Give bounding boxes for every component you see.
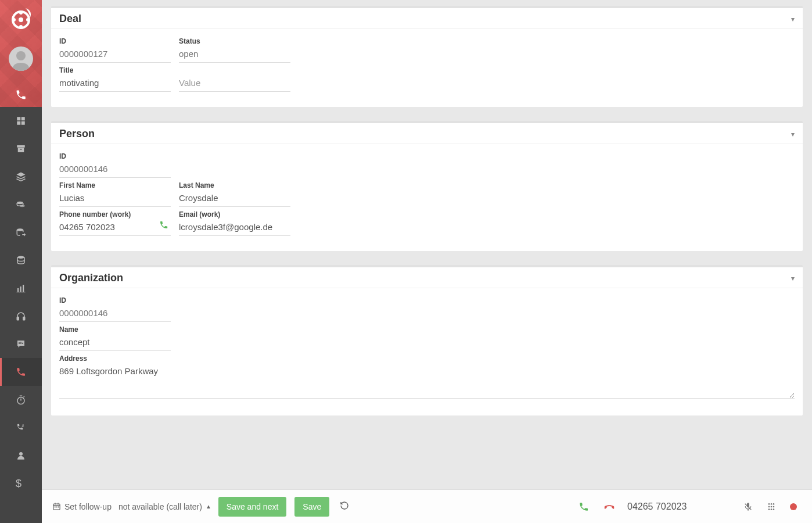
deal-title-label: Title [59, 66, 171, 74]
sidebar-top [0, 0, 42, 107]
svg-point-42 [771, 508, 773, 510]
svg-rect-11 [17, 145, 25, 148]
record-button[interactable] [788, 501, 799, 513]
svg-point-35 [768, 503, 770, 505]
person-email-input[interactable] [179, 220, 290, 236]
nav-headphones[interactable] [0, 302, 42, 330]
mute-button[interactable] [741, 500, 755, 514]
person-phone-input[interactable] [59, 220, 171, 236]
svg-point-14 [17, 202, 23, 205]
call-button[interactable] [576, 499, 591, 514]
svg-rect-7 [17, 117, 20, 120]
chevron-down-icon[interactable]: ▾ [791, 130, 795, 138]
save-and-next-button[interactable]: Save and next [218, 497, 287, 517]
nav-coins[interactable] [0, 191, 42, 218]
svg-point-3 [19, 25, 23, 28]
undo-button[interactable] [336, 497, 353, 516]
nav-stacks[interactable] [0, 163, 42, 191]
svg-rect-21 [17, 317, 19, 320]
svg-point-2 [19, 11, 23, 15]
person-title: Person [59, 128, 95, 140]
svg-rect-22 [23, 317, 25, 320]
followup-label: Set follow-up [52, 502, 112, 511]
svg-text:#: # [22, 424, 24, 428]
person-lastname-input[interactable] [179, 191, 290, 207]
sidebar-nav: # $ [0, 107, 42, 523]
nav-dashboard[interactable] [0, 107, 42, 135]
svg-rect-25 [22, 343, 23, 344]
app-logo [7, 6, 35, 34]
deal-title-input[interactable] [59, 76, 171, 92]
nav-phone-hash[interactable]: # [0, 414, 42, 442]
svg-rect-31 [58, 503, 58, 504]
deal-title: Deal [59, 13, 81, 25]
org-id-value: 0000000146 [59, 306, 171, 322]
nav-database[interactable] [0, 246, 42, 274]
undo-icon [340, 501, 349, 510]
svg-rect-8 [21, 117, 25, 120]
record-icon [790, 503, 797, 510]
person-firstname-input[interactable] [59, 191, 171, 207]
person-panel-header[interactable]: Person ▾ [51, 123, 803, 144]
phone-icon [579, 501, 589, 512]
svg-rect-23 [19, 342, 20, 344]
deal-status-label: Status [179, 37, 290, 45]
svg-rect-33 [56, 507, 58, 508]
person-phone-label: Phone number (work) [59, 210, 171, 218]
chevron-up-icon: ▲ [206, 503, 211, 510]
svg-point-6 [16, 51, 26, 60]
deal-id-value: 0000000127 [59, 46, 171, 63]
save-button[interactable]: Save [294, 497, 329, 517]
nav-db-export[interactable] [0, 218, 42, 246]
org-name-label: Name [59, 325, 171, 334]
deal-id-label: ID [59, 37, 171, 45]
organization-panel-header[interactable]: Organization ▾ [51, 267, 803, 288]
svg-point-17 [17, 256, 24, 259]
org-id-label: ID [59, 296, 171, 305]
dialpad-icon [767, 502, 776, 511]
chevron-down-icon[interactable]: ▾ [791, 15, 795, 23]
content: Deal ▾ ID 0000000127 Status open Title [42, 0, 812, 489]
svg-point-5 [26, 18, 30, 22]
svg-rect-19 [20, 286, 21, 292]
nav-dollar[interactable]: $ [0, 470, 42, 497]
sidebar: # $ [0, 0, 42, 523]
call-controls [576, 498, 799, 515]
svg-point-4 [12, 18, 16, 22]
dialpad-button[interactable] [764, 500, 778, 514]
svg-rect-30 [55, 503, 55, 504]
person-id-value: 0000000146 [59, 162, 171, 178]
organization-panel: Organization ▾ ID 0000000146 Name [51, 265, 803, 415]
deal-value-input[interactable] [179, 76, 290, 92]
nav-bar-chart[interactable] [0, 274, 42, 302]
nav-archive[interactable] [0, 135, 42, 163]
svg-rect-12 [18, 148, 24, 153]
organization-title: Organization [59, 272, 123, 284]
svg-rect-20 [23, 285, 24, 292]
svg-point-15 [20, 205, 25, 207]
chevron-down-icon[interactable]: ▾ [791, 274, 795, 282]
person-lastname-label: Last Name [179, 181, 290, 189]
nav-stopwatch[interactable] [0, 386, 42, 414]
phone-call-icon[interactable] [159, 220, 168, 231]
svg-point-28 [19, 452, 23, 456]
phone-number-input[interactable] [627, 501, 732, 512]
org-name-input[interactable] [59, 335, 171, 351]
nav-user[interactable] [0, 442, 42, 470]
svg-point-43 [773, 508, 775, 510]
deal-panel-header[interactable]: Deal ▾ [51, 8, 803, 29]
sidebar-phone-badge[interactable] [0, 83, 42, 107]
deal-status-value: open [179, 46, 290, 63]
outcome-dropdown[interactable]: not available (call later) ▲ [118, 502, 211, 511]
svg-rect-10 [21, 121, 25, 125]
nav-chat[interactable] [0, 330, 42, 358]
calendar-icon [52, 502, 61, 511]
person-panel: Person ▾ ID 0000000146 First Name Last N… [51, 121, 803, 251]
org-address-textarea[interactable] [59, 364, 795, 399]
hangup-button[interactable] [601, 498, 618, 515]
person-id-label: ID [59, 152, 171, 160]
nav-phone[interactable] [0, 358, 42, 386]
deal-panel: Deal ▾ ID 0000000127 Status open Title [51, 6, 803, 107]
avatar[interactable] [9, 46, 33, 71]
svg-point-36 [771, 503, 773, 505]
